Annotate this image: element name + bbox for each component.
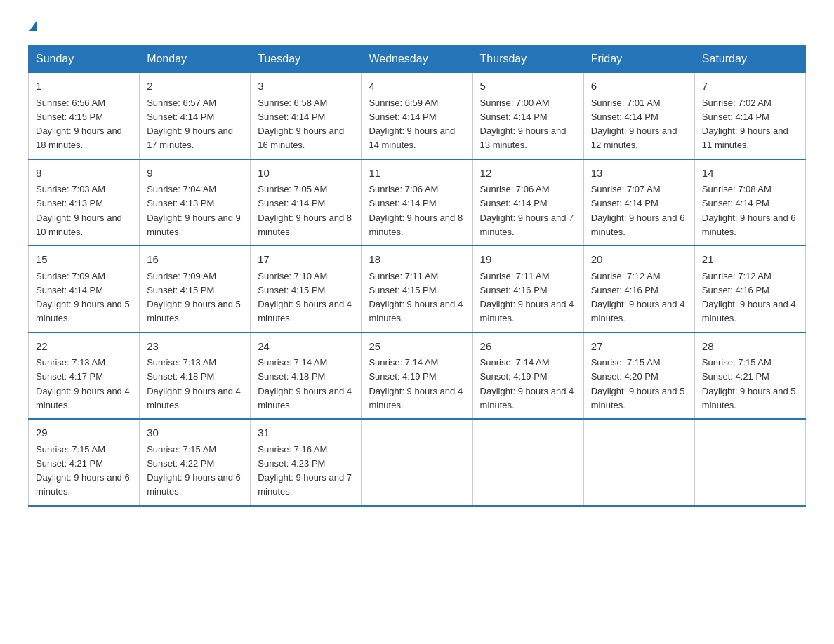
day-info: Sunrise: 7:03 AMSunset: 4:13 PMDaylight:… [36,184,122,237]
calendar-cell: 21Sunrise: 7:12 AMSunset: 4:16 PMDayligh… [694,246,805,333]
calendar-week-row: 8Sunrise: 7:03 AMSunset: 4:13 PMDaylight… [29,159,806,246]
day-number: 4 [369,79,465,95]
day-info: Sunrise: 7:16 AMSunset: 4:23 PMDaylight:… [258,444,352,497]
calendar-cell [694,419,805,506]
calendar-cell: 6Sunrise: 7:01 AMSunset: 4:14 PMDaylight… [583,73,694,159]
day-number: 1 [36,79,132,95]
day-number: 30 [147,425,243,441]
day-number: 2 [147,79,243,95]
day-number: 22 [36,339,132,355]
day-number: 16 [147,252,243,268]
day-info: Sunrise: 7:01 AMSunset: 4:14 PMDaylight:… [591,98,677,151]
calendar-cell: 13Sunrise: 7:07 AMSunset: 4:14 PMDayligh… [583,159,694,246]
day-number: 11 [369,166,465,182]
day-number: 20 [591,252,687,268]
day-info: Sunrise: 7:14 AMSunset: 4:18 PMDaylight:… [258,357,352,410]
day-number: 15 [36,252,132,268]
calendar-cell: 16Sunrise: 7:09 AMSunset: 4:15 PMDayligh… [140,246,251,333]
weekday-header-tuesday: Tuesday [251,46,362,73]
day-number: 19 [480,252,576,268]
day-number: 26 [480,339,576,355]
day-info: Sunrise: 7:08 AMSunset: 4:14 PMDaylight:… [702,184,796,237]
calendar-cell: 17Sunrise: 7:10 AMSunset: 4:15 PMDayligh… [251,246,362,333]
calendar-cell: 27Sunrise: 7:15 AMSunset: 4:20 PMDayligh… [583,333,694,420]
day-number: 18 [369,252,465,268]
day-number: 24 [258,339,354,355]
day-info: Sunrise: 6:57 AMSunset: 4:14 PMDaylight:… [147,98,233,151]
day-info: Sunrise: 7:02 AMSunset: 4:14 PMDaylight:… [702,98,788,151]
day-number: 7 [702,79,798,95]
weekday-header-saturday: Saturday [694,46,805,73]
day-info: Sunrise: 7:09 AMSunset: 4:14 PMDaylight:… [36,271,130,324]
weekday-header-friday: Friday [583,46,694,73]
calendar-cell: 9Sunrise: 7:04 AMSunset: 4:13 PMDaylight… [140,159,251,246]
calendar-cell: 22Sunrise: 7:13 AMSunset: 4:17 PMDayligh… [29,333,140,420]
day-info: Sunrise: 7:14 AMSunset: 4:19 PMDaylight:… [369,357,463,410]
day-number: 27 [591,339,687,355]
calendar-cell: 24Sunrise: 7:14 AMSunset: 4:18 PMDayligh… [251,333,362,420]
calendar-cell: 25Sunrise: 7:14 AMSunset: 4:19 PMDayligh… [362,333,472,420]
day-info: Sunrise: 6:56 AMSunset: 4:15 PMDaylight:… [36,98,122,151]
weekday-header-sunday: Sunday [29,46,140,73]
calendar-cell: 8Sunrise: 7:03 AMSunset: 4:13 PMDaylight… [29,159,140,246]
day-number: 25 [369,339,465,355]
calendar-cell: 10Sunrise: 7:05 AMSunset: 4:14 PMDayligh… [251,159,362,246]
day-info: Sunrise: 7:13 AMSunset: 4:18 PMDaylight:… [147,357,241,410]
calendar-cell: 23Sunrise: 7:13 AMSunset: 4:18 PMDayligh… [140,333,251,420]
calendar-cell [472,419,583,506]
day-info: Sunrise: 7:07 AMSunset: 4:14 PMDaylight:… [591,184,685,237]
calendar-cell: 11Sunrise: 7:06 AMSunset: 4:14 PMDayligh… [362,159,472,246]
weekday-header-monday: Monday [140,46,251,73]
day-info: Sunrise: 7:15 AMSunset: 4:22 PMDaylight:… [147,444,241,497]
day-number: 14 [702,166,798,182]
day-number: 31 [258,425,354,441]
day-info: Sunrise: 7:06 AMSunset: 4:14 PMDaylight:… [369,184,463,237]
calendar-cell: 29Sunrise: 7:15 AMSunset: 4:21 PMDayligh… [29,419,140,506]
weekday-header-thursday: Thursday [472,46,583,73]
calendar-cell: 19Sunrise: 7:11 AMSunset: 4:16 PMDayligh… [472,246,583,333]
calendar-cell: 20Sunrise: 7:12 AMSunset: 4:16 PMDayligh… [583,246,694,333]
day-number: 10 [258,166,354,182]
calendar-cell: 18Sunrise: 7:11 AMSunset: 4:15 PMDayligh… [362,246,472,333]
logo-triangle-icon [29,21,37,31]
day-number: 28 [702,339,798,355]
day-number: 21 [702,252,798,268]
day-number: 8 [36,166,132,182]
day-number: 13 [591,166,687,182]
day-info: Sunrise: 7:14 AMSunset: 4:19 PMDaylight:… [480,357,574,410]
day-info: Sunrise: 7:12 AMSunset: 4:16 PMDaylight:… [702,271,796,324]
day-info: Sunrise: 7:15 AMSunset: 4:21 PMDaylight:… [36,444,130,497]
calendar-cell: 7Sunrise: 7:02 AMSunset: 4:14 PMDaylight… [694,73,805,159]
calendar-cell: 15Sunrise: 7:09 AMSunset: 4:14 PMDayligh… [29,246,140,333]
calendar-week-row: 22Sunrise: 7:13 AMSunset: 4:17 PMDayligh… [29,333,806,420]
day-info: Sunrise: 7:13 AMSunset: 4:17 PMDaylight:… [36,357,130,410]
day-info: Sunrise: 7:09 AMSunset: 4:15 PMDaylight:… [147,271,241,324]
day-info: Sunrise: 7:11 AMSunset: 4:15 PMDaylight:… [369,271,463,324]
day-info: Sunrise: 7:12 AMSunset: 4:16 PMDaylight:… [591,271,685,324]
calendar-cell: 30Sunrise: 7:15 AMSunset: 4:22 PMDayligh… [140,419,251,506]
calendar-cell: 12Sunrise: 7:06 AMSunset: 4:14 PMDayligh… [472,159,583,246]
calendar-cell: 4Sunrise: 6:59 AMSunset: 4:14 PMDaylight… [362,73,472,159]
calendar-cell: 3Sunrise: 6:58 AMSunset: 4:14 PMDaylight… [251,73,362,159]
calendar-cell: 1Sunrise: 6:56 AMSunset: 4:15 PMDaylight… [29,73,140,159]
calendar-table: SundayMondayTuesdayWednesdayThursdayFrid… [28,45,806,507]
day-info: Sunrise: 7:06 AMSunset: 4:14 PMDaylight:… [480,184,574,237]
calendar-cell [583,419,694,506]
calendar-cell: 14Sunrise: 7:08 AMSunset: 4:14 PMDayligh… [694,159,805,246]
weekday-header-wednesday: Wednesday [362,46,472,73]
calendar-cell: 26Sunrise: 7:14 AMSunset: 4:19 PMDayligh… [472,333,583,420]
calendar-cell [362,419,472,506]
day-info: Sunrise: 6:59 AMSunset: 4:14 PMDaylight:… [369,98,455,151]
day-number: 5 [480,79,576,95]
day-number: 3 [258,79,354,95]
calendar-cell: 5Sunrise: 7:00 AMSunset: 4:14 PMDaylight… [472,73,583,159]
day-info: Sunrise: 7:05 AMSunset: 4:14 PMDaylight:… [258,184,352,237]
page-header [28,21,806,31]
day-info: Sunrise: 6:58 AMSunset: 4:14 PMDaylight:… [258,98,344,151]
calendar-cell: 2Sunrise: 6:57 AMSunset: 4:14 PMDaylight… [140,73,251,159]
calendar-cell: 28Sunrise: 7:15 AMSunset: 4:21 PMDayligh… [694,333,805,420]
day-number: 23 [147,339,243,355]
day-info: Sunrise: 7:15 AMSunset: 4:20 PMDaylight:… [591,357,685,410]
calendar-week-row: 29Sunrise: 7:15 AMSunset: 4:21 PMDayligh… [29,419,806,506]
day-info: Sunrise: 7:04 AMSunset: 4:13 PMDaylight:… [147,184,241,237]
